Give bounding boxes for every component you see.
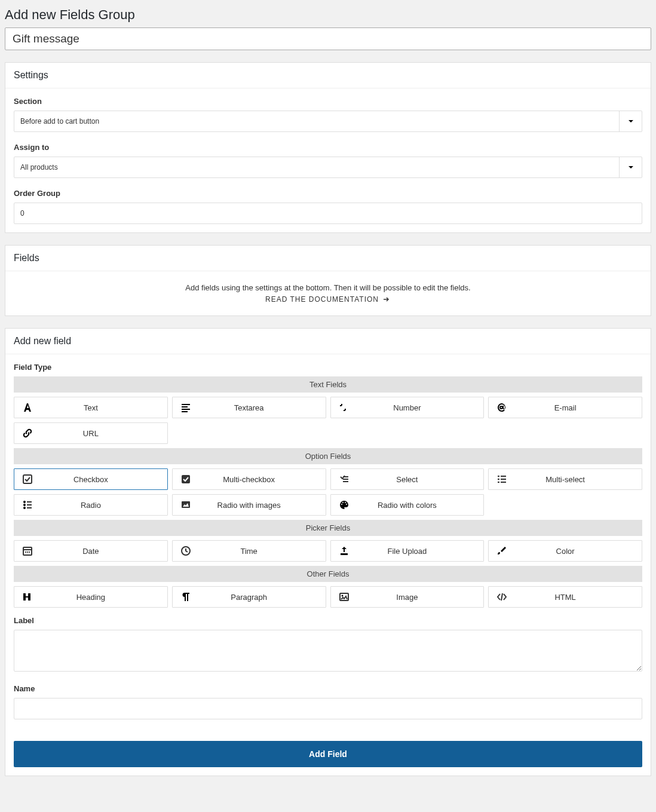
type-text-button[interactable]: Text	[14, 397, 168, 418]
paragraph-icon	[173, 592, 199, 602]
type-textarea-label: Textarea	[199, 403, 326, 412]
code-icon	[489, 592, 515, 602]
name-label: Name	[14, 684, 642, 693]
name-input[interactable]	[14, 698, 642, 719]
type-time-label: Time	[199, 547, 326, 556]
type-radio-button[interactable]: Radio	[14, 494, 168, 516]
section-text-fields: Text Fields	[14, 376, 642, 393]
image-icon	[331, 592, 357, 602]
select-icon	[331, 474, 357, 485]
brush-icon	[489, 546, 515, 556]
type-color-label: Color	[515, 547, 642, 556]
type-time-button[interactable]: Time	[172, 540, 326, 562]
link-icon	[14, 428, 41, 439]
add-new-field-panel: Add new field Field Type Text Fields Tex…	[5, 328, 651, 776]
type-image-label: Image	[357, 593, 484, 602]
at-icon	[489, 402, 515, 413]
multiselect-icon	[489, 474, 515, 485]
type-email-label: E-mail	[515, 403, 642, 412]
add-new-field-header: Add new field	[5, 329, 651, 354]
type-checkbox-button[interactable]: Checkbox	[14, 468, 168, 490]
order-group-input[interactable]	[14, 203, 642, 224]
type-url-label: URL	[41, 429, 167, 438]
section-option-fields: Option Fields	[14, 448, 642, 464]
type-date-label: Date	[41, 547, 167, 556]
section-other-fields: Other Fields	[14, 566, 642, 582]
add-field-button[interactable]: Add Field	[14, 741, 642, 767]
page-title: Add new Fields Group	[0, 0, 656, 27]
type-multicheckbox-label: Multi-checkbox	[199, 475, 326, 484]
caret-down-icon	[619, 111, 642, 131]
type-image-button[interactable]: Image	[330, 586, 485, 608]
check-square-icon	[14, 474, 41, 485]
label-label: Label	[14, 616, 642, 625]
type-multiselect-label: Multi-select	[515, 475, 642, 484]
type-fileupload-label: File Upload	[357, 547, 484, 556]
doc-link-text: READ THE DOCUMENTATION	[265, 295, 379, 304]
type-html-button[interactable]: HTML	[488, 586, 642, 608]
section-select[interactable]: Before add to cart button	[14, 111, 642, 132]
assign-to-select-value: All products	[14, 157, 619, 177]
caret-down-icon	[619, 157, 642, 177]
type-radio-images-button[interactable]: Radio with images	[172, 494, 326, 516]
type-heading-button[interactable]: Heading	[14, 586, 168, 608]
type-multicheckbox-button[interactable]: Multi-checkbox	[172, 468, 326, 490]
type-number-button[interactable]: Number	[330, 397, 485, 418]
fields-panel: Fields Add fields using the settings at …	[5, 245, 651, 316]
label-textarea[interactable]	[14, 630, 642, 672]
fields-empty-message: Add fields using the settings at the bot…	[14, 283, 642, 292]
order-group-label: Order Group	[14, 189, 642, 198]
field-type-label: Field Type	[14, 363, 642, 372]
type-radio-colors-label: Radio with colors	[357, 501, 484, 510]
section-select-value: Before add to cart button	[14, 111, 619, 131]
type-date-button[interactable]: Date	[14, 540, 168, 562]
number-icon	[331, 402, 357, 413]
type-heading-label: Heading	[41, 593, 167, 602]
align-left-icon	[173, 402, 199, 413]
type-email-button[interactable]: E-mail	[488, 397, 642, 418]
section-label: Section	[14, 97, 642, 106]
radio-images-icon	[173, 500, 199, 510]
section-picker-fields: Picker Fields	[14, 520, 642, 536]
radio-list-icon	[14, 500, 41, 510]
upload-icon	[331, 546, 357, 556]
font-icon	[14, 402, 41, 413]
fields-header: Fields	[5, 246, 651, 271]
type-text-label: Text	[41, 403, 167, 412]
group-title-input[interactable]	[11, 32, 645, 46]
group-title-wrap	[5, 27, 651, 50]
clock-icon	[173, 546, 199, 556]
settings-panel: Settings Section Before add to cart butt…	[5, 62, 651, 233]
palette-icon	[331, 500, 357, 510]
type-number-label: Number	[357, 403, 484, 412]
type-radio-images-label: Radio with images	[199, 501, 326, 510]
heading-icon	[14, 592, 41, 602]
settings-header: Settings	[5, 63, 651, 88]
type-radio-colors-button[interactable]: Radio with colors	[330, 494, 485, 516]
type-multiselect-button[interactable]: Multi-select	[488, 468, 642, 490]
type-textarea-button[interactable]: Textarea	[172, 397, 326, 418]
type-paragraph-button[interactable]: Paragraph	[172, 586, 326, 608]
type-radio-label: Radio	[41, 501, 167, 510]
calendar-icon	[14, 546, 41, 556]
assign-to-select[interactable]: All products	[14, 157, 642, 178]
type-html-label: HTML	[515, 593, 642, 602]
multi-check-icon	[173, 474, 199, 485]
type-select-label: Select	[357, 475, 484, 484]
arrow-right-icon	[382, 295, 391, 304]
assign-to-label: Assign to	[14, 143, 642, 152]
type-url-button[interactable]: URL	[14, 422, 168, 444]
type-checkbox-label: Checkbox	[41, 475, 167, 484]
type-fileupload-button[interactable]: File Upload	[330, 540, 485, 562]
type-color-button[interactable]: Color	[488, 540, 642, 562]
type-select-button[interactable]: Select	[330, 468, 485, 490]
read-documentation-link[interactable]: READ THE DOCUMENTATION	[265, 295, 391, 304]
type-paragraph-label: Paragraph	[199, 593, 326, 602]
